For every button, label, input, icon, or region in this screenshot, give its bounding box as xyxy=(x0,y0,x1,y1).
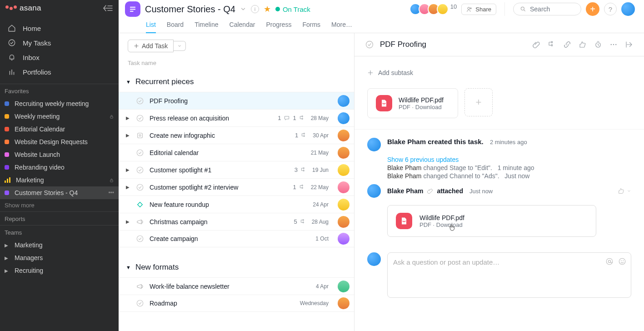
subtasks-icon[interactable] xyxy=(547,40,557,50)
assignee-avatar[interactable] xyxy=(338,199,349,211)
tab-board[interactable]: Board xyxy=(167,18,184,33)
search-input[interactable]: Search xyxy=(513,3,581,15)
user-avatar[interactable] xyxy=(621,2,635,16)
mention-icon[interactable] xyxy=(605,257,614,266)
more-icon[interactable] xyxy=(609,40,619,50)
task-row[interactable]: ▶ Create new infographic 1 30 Apr xyxy=(119,126,354,144)
sidebar-favorite-item[interactable]: Marketing xyxy=(0,174,119,186)
more-icon[interactable]: ••• xyxy=(108,190,114,196)
sidebar-favorite-item[interactable]: Recruiting weekly meeting xyxy=(0,97,119,110)
emoji-icon[interactable] xyxy=(618,257,626,266)
sidebar-team-item[interactable]: ▶Managers xyxy=(0,251,119,264)
add-attachment-button[interactable]: + xyxy=(464,88,493,116)
share-button[interactable]: Share xyxy=(461,4,496,15)
like-icon[interactable] xyxy=(578,40,588,50)
project-icon[interactable] xyxy=(125,1,140,17)
project-status[interactable]: On Track xyxy=(275,5,310,13)
show-previous-updates[interactable]: Show 6 previous updates xyxy=(387,156,631,163)
tab-list[interactable]: List xyxy=(146,18,156,33)
task-row[interactable]: ▶ Work-life balance newsletter 4 Apr xyxy=(119,277,354,295)
assignee-avatar[interactable] xyxy=(338,164,349,176)
detail-title[interactable]: PDF Proofing xyxy=(380,40,426,49)
nav-inbox[interactable]: Inbox xyxy=(0,50,119,65)
assignee-avatar[interactable] xyxy=(338,281,349,292)
chevron-right-icon[interactable]: ▶ xyxy=(126,167,130,172)
tab-progress[interactable]: Progress xyxy=(266,18,291,33)
sidebar-favorite-item[interactable]: Website Design Requests xyxy=(0,135,119,148)
sidebar-favorite-item[interactable]: Weekly meeting xyxy=(0,110,119,123)
assignee-avatar[interactable] xyxy=(338,95,349,107)
task-row[interactable]: ▶ PDF Proofing xyxy=(119,92,354,109)
avatar[interactable] xyxy=(367,138,381,151)
like-button[interactable] xyxy=(618,187,631,195)
attachment-icon[interactable] xyxy=(531,40,541,50)
chevron-right-icon[interactable]: ▶ xyxy=(126,185,130,190)
star-icon[interactable]: ★ xyxy=(264,4,271,14)
nav-my-tasks[interactable]: My Tasks xyxy=(0,35,119,50)
section-new-formats[interactable]: ▼ New formats xyxy=(119,257,354,277)
avatar[interactable] xyxy=(367,252,381,266)
collapse-sidebar-button[interactable] xyxy=(102,5,113,12)
project-members[interactable]: 10 xyxy=(412,3,457,15)
feed-attachment-card[interactable]: Wildlife PDF.pdf PDF · Download xyxy=(387,205,596,237)
timer-icon[interactable] xyxy=(593,40,603,50)
help-button[interactable]: ? xyxy=(604,3,617,15)
task-row[interactable]: ▶ Customer spotlight #1 3 19 Jun xyxy=(119,161,354,178)
task-row[interactable]: ▶ Editorial calendar 21 May xyxy=(119,144,354,161)
add-task-dropdown[interactable] xyxy=(174,41,186,51)
quick-add-button[interactable]: + xyxy=(586,2,599,16)
project-menu-chevron-icon[interactable] xyxy=(240,6,246,12)
project-title[interactable]: Customer Stories - Q4 xyxy=(145,4,235,15)
task-row[interactable]: ▶ Press release on acquisition 11 28 May xyxy=(119,109,354,126)
sidebar-favorite-item[interactable]: Customer Stories - Q4••• xyxy=(0,186,119,199)
add-task-button[interactable]: Add Task xyxy=(128,40,174,52)
check-circle-icon[interactable] xyxy=(136,183,144,191)
assignee-avatar[interactable] xyxy=(338,181,349,193)
assignee-avatar[interactable] xyxy=(338,130,349,141)
comment-input[interactable]: Ask a question or post an update… xyxy=(387,252,631,298)
section-recurrent-pieces[interactable]: ▼ Recurrent pieces xyxy=(119,72,354,92)
assignee-avatar[interactable] xyxy=(338,297,349,309)
task-row[interactable]: ▶ New feature roundup 24 Apr xyxy=(119,196,354,213)
attachment-card[interactable]: Wildlife PDF.pdf PDF · Download xyxy=(367,88,458,118)
assignee-avatar[interactable] xyxy=(338,216,349,228)
sidebar-favorite-item[interactable]: Editorial Calendar xyxy=(0,123,119,135)
sidebar-team-item[interactable]: ▶Marketing xyxy=(0,239,119,251)
chevron-right-icon[interactable]: ▶ xyxy=(126,219,130,224)
asana-logo[interactable]: asana xyxy=(5,4,41,13)
task-row[interactable]: ▶ Roadmap Wednesday xyxy=(119,295,354,312)
nav-portfolios[interactable]: Portfolios xyxy=(0,65,119,79)
complete-task-icon[interactable] xyxy=(364,40,374,50)
campaign-icon[interactable] xyxy=(136,282,144,291)
assignee-avatar[interactable] xyxy=(338,147,349,159)
milestone-diamond-icon[interactable] xyxy=(136,201,144,209)
assignee-avatar[interactable] xyxy=(338,233,349,245)
add-subtask-button[interactable]: Add subtask xyxy=(354,56,644,85)
close-pane-icon[interactable] xyxy=(624,40,634,50)
assignee-avatar[interactable] xyxy=(338,112,349,124)
favorites-show-more[interactable]: Show more xyxy=(0,199,119,211)
tab-more[interactable]: More… xyxy=(331,18,352,33)
copy-link-icon[interactable] xyxy=(562,40,572,50)
task-row[interactable]: ▶ Customer spotlight #2 interview 1 22 M… xyxy=(119,178,354,196)
tab-calendar[interactable]: Calendar xyxy=(230,18,255,33)
chevron-right-icon[interactable]: ▶ xyxy=(126,115,130,120)
avatar[interactable] xyxy=(367,184,381,198)
task-row[interactable]: ▶ Create campaign 1 Oct xyxy=(119,230,354,247)
check-circle-icon[interactable] xyxy=(136,235,144,243)
sidebar-team-item[interactable]: ▶Recruiting xyxy=(0,264,119,277)
task-row[interactable]: ▶ Christmas campaign 5 28 Aug xyxy=(119,213,354,230)
tab-forms[interactable]: Forms xyxy=(302,18,320,33)
tab-timeline[interactable]: Timeline xyxy=(195,18,218,33)
sidebar-favorite-item[interactable]: Website Launch xyxy=(0,148,119,161)
check-circle-icon[interactable] xyxy=(136,114,144,122)
check-circle-icon[interactable] xyxy=(136,97,144,105)
check-circle-icon[interactable] xyxy=(136,149,144,157)
reports-heading[interactable]: Reports xyxy=(0,211,119,225)
info-icon[interactable]: i xyxy=(251,5,259,13)
check-circle-icon[interactable] xyxy=(136,166,144,174)
check-circle-icon[interactable] xyxy=(136,299,144,307)
nav-home[interactable]: Home xyxy=(0,21,119,35)
campaign-icon[interactable] xyxy=(136,218,144,226)
milestone-icon[interactable] xyxy=(136,131,144,140)
